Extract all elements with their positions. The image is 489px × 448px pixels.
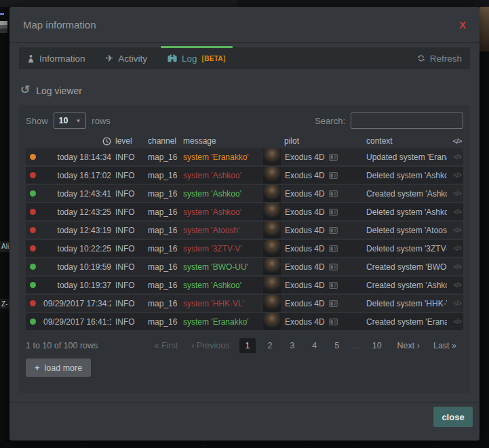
- level-column-header[interactable]: level: [115, 136, 144, 146]
- pagination-page-10[interactable]: 10: [366, 338, 388, 353]
- log-message: system 'Ashkoo': [183, 171, 259, 180]
- status-dot: [30, 172, 36, 178]
- log-channel: map_16: [148, 152, 179, 162]
- log-context: Deleted system 'Atoosh' #...: [366, 226, 447, 235]
- message-column-header[interactable]: message: [183, 136, 259, 146]
- refresh-button[interactable]: Refresh: [417, 54, 462, 64]
- pilot-column-header[interactable]: pilot: [263, 136, 362, 146]
- dialog-footer: close: [9, 402, 480, 441]
- table-row[interactable]: today 12:43:25 INFO map_16 system 'Ashko…: [26, 203, 463, 220]
- close-button[interactable]: close: [433, 407, 473, 427]
- code-icon[interactable]: </>: [451, 171, 463, 179]
- pilot-avatar: [263, 203, 281, 220]
- status-dot: [30, 300, 36, 306]
- log-level: INFO: [115, 207, 144, 217]
- character-sheet-icon[interactable]: [329, 245, 338, 252]
- log-time: today 10:19:37: [43, 281, 111, 290]
- log-message: system 'BWO-UU': [183, 262, 259, 272]
- pagination-last[interactable]: Last »: [427, 339, 463, 352]
- tab-log[interactable]: Log [BETA]: [168, 54, 225, 64]
- code-icon[interactable]: </>: [451, 318, 463, 325]
- code-icon[interactable]: </>: [451, 245, 463, 252]
- code-icon[interactable]: </>: [451, 208, 463, 216]
- time-column-header[interactable]: [43, 137, 111, 146]
- close-icon[interactable]: X: [459, 20, 466, 30]
- channel-column-header[interactable]: channel: [148, 136, 179, 146]
- table-row[interactable]: today 16:17:02 INFO map_16 system 'Ashko…: [26, 167, 463, 184]
- log-channel: map_16: [148, 226, 179, 235]
- table-row[interactable]: 09/29/2017 17:34:25 INFO map_16 system '…: [26, 295, 463, 312]
- context-column-header[interactable]: context: [366, 136, 447, 146]
- dialog-title: Map information: [23, 19, 96, 30]
- log-context: Updated system 'Eranakk...: [366, 152, 447, 162]
- table-row[interactable]: today 10:19:59 INFO map_16 system 'BWO-U…: [26, 258, 463, 275]
- log-time: 09/29/2017 16:41:17: [43, 317, 111, 327]
- code-icon[interactable]: </>: [451, 281, 463, 289]
- pagination-page-2[interactable]: 2: [261, 338, 278, 353]
- pilot-name: Exodus 4D: [285, 152, 325, 162]
- character-sheet-icon[interactable]: [329, 209, 338, 216]
- log-context: Created system 'Ashkoo' ...: [366, 189, 447, 199]
- binoculars-icon: [168, 54, 177, 62]
- pagination-page-3[interactable]: 3: [283, 338, 300, 353]
- log-level: INFO: [115, 244, 144, 253]
- code-icon[interactable]: </>: [451, 300, 463, 307]
- status-dot: [30, 264, 36, 270]
- log-channel: map_16: [148, 171, 179, 180]
- table-header-row: level channel message pilot context </>: [26, 134, 463, 148]
- table-row[interactable]: today 12:43:19 INFO map_16 system 'Atoos…: [26, 222, 463, 239]
- character-sheet-icon[interactable]: [329, 172, 338, 179]
- log-time: 09/29/2017 17:34:25: [43, 299, 111, 308]
- table-row[interactable]: today 12:43:41 INFO map_16 system 'Ashko…: [26, 185, 463, 202]
- code-icon[interactable]: </>: [451, 226, 463, 234]
- code-icon[interactable]: </>: [451, 153, 463, 161]
- tab-information[interactable]: Information: [27, 54, 85, 64]
- pilot-name: Exodus 4D: [285, 171, 325, 180]
- log-level: INFO: [115, 299, 144, 308]
- show-label: Show: [26, 116, 48, 126]
- search-label: Search:: [315, 116, 345, 126]
- pilot-avatar: [263, 295, 281, 312]
- table-body: today 18:14:34 INFO map_16 system 'Erana…: [26, 148, 463, 330]
- pagination-page-4[interactable]: 4: [306, 338, 323, 353]
- character-sheet-icon[interactable]: [329, 154, 338, 161]
- status-dot: [30, 245, 36, 251]
- log-message: system 'HHK-VL': [183, 299, 259, 308]
- pilot-avatar: [263, 240, 281, 257]
- character-sheet-icon[interactable]: [329, 300, 338, 307]
- pagination-pages: « First ‹ Previous 1 2 3 4 5 ... 10 Next…: [147, 338, 463, 353]
- rows-label: rows: [92, 116, 110, 126]
- status-dot: [30, 282, 36, 288]
- log-message: system 'Eranakko': [183, 152, 259, 162]
- load-more-button[interactable]: + load more: [26, 359, 91, 377]
- search-input[interactable]: [351, 113, 463, 129]
- refresh-label: Refresh: [430, 54, 462, 64]
- tab-activity[interactable]: ✈ Activity: [106, 54, 148, 64]
- table-row[interactable]: today 10:19:37 INFO map_16 system 'Ashko…: [26, 277, 463, 293]
- pilot-avatar: [263, 277, 281, 293]
- log-viewer-title: Log viewer: [36, 85, 82, 96]
- character-sheet-icon[interactable]: [329, 319, 338, 325]
- load-more-label: load more: [45, 363, 83, 373]
- history-icon: ↺: [20, 84, 30, 96]
- character-sheet-icon[interactable]: [329, 190, 338, 197]
- code-icon[interactable]: </>: [451, 190, 463, 197]
- pilot-name: Exodus 4D: [285, 299, 325, 308]
- table-row[interactable]: today 18:14:34 INFO map_16 system 'Erana…: [26, 148, 463, 165]
- pagination-page-5[interactable]: 5: [328, 338, 345, 353]
- plane-icon: ✈: [106, 54, 114, 63]
- background-map-icon-fragment: [0, 21, 7, 33]
- log-time: today 12:43:41: [43, 189, 111, 199]
- pagination-page-1[interactable]: 1: [239, 338, 256, 353]
- page-size-select[interactable]: 10 ▼: [54, 113, 87, 129]
- code-icon[interactable]: </>: [451, 263, 463, 270]
- log-level: INFO: [115, 171, 144, 180]
- log-message: system 'Ashkoo': [183, 207, 259, 217]
- character-sheet-icon[interactable]: [329, 264, 338, 270]
- table-row[interactable]: 09/29/2017 16:41:17 INFO map_16 system '…: [26, 313, 463, 330]
- table-row[interactable]: today 10:22:25 INFO map_16 system '3ZTV-…: [26, 240, 463, 257]
- character-sheet-icon[interactable]: [329, 227, 338, 234]
- person-icon: [27, 54, 35, 63]
- character-sheet-icon[interactable]: [329, 282, 338, 289]
- pagination-next[interactable]: Next ›: [391, 339, 427, 352]
